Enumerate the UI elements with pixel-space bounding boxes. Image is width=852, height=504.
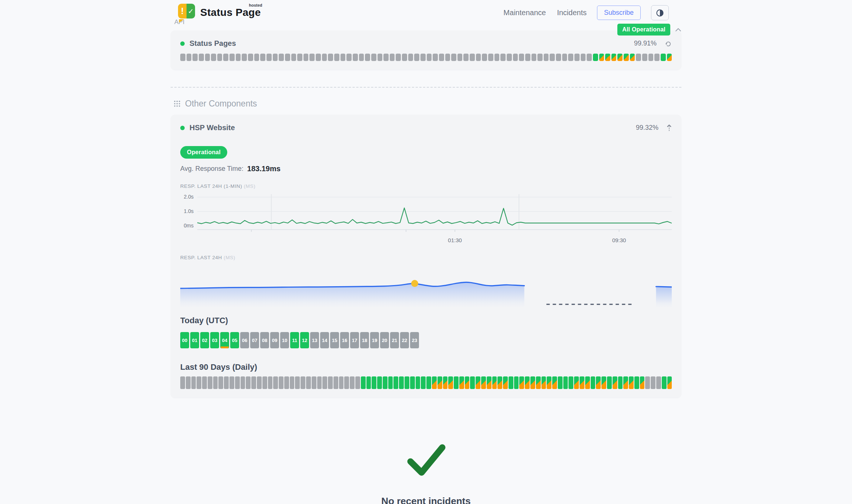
day-block[interactable] — [459, 376, 464, 389]
day-block[interactable] — [629, 376, 634, 389]
day-block[interactable] — [634, 376, 639, 389]
hour-block-05[interactable]: 05 — [230, 332, 239, 348]
day-block[interactable] — [585, 376, 590, 389]
uptime-bar[interactable] — [636, 54, 641, 61]
uptime-bar[interactable] — [581, 54, 586, 61]
uptime-bar[interactable] — [488, 54, 493, 61]
uptime-bar[interactable] — [667, 54, 672, 61]
hour-block-11[interactable]: 11 — [290, 332, 299, 348]
day-block[interactable] — [246, 376, 251, 389]
day-block[interactable] — [317, 376, 322, 389]
uptime-bar[interactable] — [279, 54, 284, 61]
uptime-bar[interactable] — [531, 54, 537, 61]
uptime-bar[interactable] — [587, 54, 592, 61]
day-block[interactable] — [470, 376, 475, 389]
uptime-bar[interactable] — [661, 54, 666, 61]
day-block[interactable] — [383, 376, 388, 389]
day-block[interactable] — [443, 376, 448, 389]
subscribe-button[interactable]: Subscribe — [597, 6, 641, 20]
uptime-bar[interactable] — [273, 54, 278, 61]
day-block[interactable] — [662, 376, 667, 389]
day-block[interactable] — [377, 376, 382, 389]
uptime-bar[interactable] — [433, 54, 438, 61]
day-block[interactable] — [284, 376, 289, 389]
uptime-bar[interactable] — [617, 54, 623, 61]
day-block[interactable] — [563, 376, 568, 389]
uptime-bar[interactable] — [254, 54, 259, 61]
uptime-bar[interactable] — [396, 54, 401, 61]
uptime-bar[interactable] — [303, 54, 309, 61]
uptime-bar[interactable] — [229, 54, 235, 61]
component-name[interactable]: Status Pages — [189, 39, 236, 48]
theme-toggle-button[interactable] — [651, 5, 669, 20]
hour-block-13[interactable]: 13 — [310, 332, 319, 348]
day-block[interactable] — [268, 376, 273, 389]
uptime-bar[interactable] — [371, 54, 376, 61]
uptime-bar[interactable] — [427, 54, 432, 61]
uptime-bar[interactable] — [266, 54, 272, 61]
day-block[interactable] — [399, 376, 404, 389]
day-block[interactable] — [476, 376, 480, 389]
uptime-bar[interactable] — [236, 54, 241, 61]
day-block[interactable] — [229, 376, 234, 389]
hour-block-09[interactable]: 09 — [270, 332, 279, 348]
uptime-bar[interactable] — [297, 54, 302, 61]
day-block[interactable] — [322, 376, 327, 389]
day-block[interactable] — [191, 376, 196, 389]
uptime-bar[interactable] — [390, 54, 395, 61]
day-block[interactable] — [667, 376, 672, 389]
day-block[interactable] — [295, 376, 300, 389]
uptime-bar[interactable] — [494, 54, 500, 61]
day-block[interactable] — [432, 376, 437, 389]
day-block[interactable] — [257, 376, 262, 389]
day-block[interactable] — [607, 376, 612, 389]
uptime-bar[interactable] — [482, 54, 487, 61]
hour-block-18[interactable]: 18 — [360, 332, 369, 348]
day-block[interactable] — [530, 376, 535, 389]
day-block[interactable] — [503, 376, 508, 389]
day-block[interactable] — [421, 376, 426, 389]
uptime-bar[interactable] — [260, 54, 265, 61]
uptime-bar[interactable] — [205, 54, 210, 61]
day-block[interactable] — [640, 376, 645, 389]
uptime-bar[interactable] — [537, 54, 543, 61]
uptime-bar[interactable] — [611, 54, 617, 61]
uptime-bar[interactable] — [378, 54, 383, 61]
uptime-bar[interactable] — [383, 54, 389, 61]
uptime-bar[interactable] — [525, 54, 530, 61]
uptime-bar[interactable] — [341, 54, 346, 61]
hour-block-17[interactable]: 17 — [350, 332, 359, 348]
component-name[interactable]: HSP Website — [189, 124, 235, 132]
day-block[interactable] — [514, 376, 519, 389]
day-block[interactable] — [645, 376, 650, 389]
uptime-bar[interactable] — [223, 54, 228, 61]
uptime-bar[interactable] — [217, 54, 222, 61]
day-block[interactable] — [202, 376, 207, 389]
hour-block-02[interactable]: 02 — [200, 332, 209, 348]
uptime-bar[interactable] — [211, 54, 216, 61]
hour-block-20[interactable]: 20 — [380, 332, 389, 348]
hour-block-23[interactable]: 23 — [410, 332, 419, 348]
day-block[interactable] — [328, 376, 333, 389]
day-block[interactable] — [426, 376, 431, 389]
uptime-bar[interactable] — [463, 54, 469, 61]
day-block[interactable] — [180, 376, 185, 389]
uptime-bar[interactable] — [654, 54, 660, 61]
uptime-bar[interactable] — [599, 54, 604, 61]
hour-block-22[interactable]: 22 — [400, 332, 409, 348]
day-block[interactable] — [552, 376, 557, 389]
day-block[interactable] — [197, 376, 201, 389]
uptime-bar[interactable] — [359, 54, 364, 61]
hour-block-06[interactable]: 06 — [240, 332, 249, 348]
uptime-bar[interactable] — [642, 54, 647, 61]
uptime-bar[interactable] — [574, 54, 580, 61]
hour-block-01[interactable]: 01 — [190, 332, 199, 348]
hour-block-07[interactable]: 07 — [250, 332, 259, 348]
day-block[interactable] — [568, 376, 573, 389]
uptime-bar[interactable] — [285, 54, 290, 61]
uptime-bar[interactable] — [593, 54, 598, 61]
uptime-bar[interactable] — [451, 54, 456, 61]
day-block[interactable] — [393, 376, 398, 389]
day-block[interactable] — [218, 376, 223, 389]
day-block[interactable] — [558, 376, 563, 389]
